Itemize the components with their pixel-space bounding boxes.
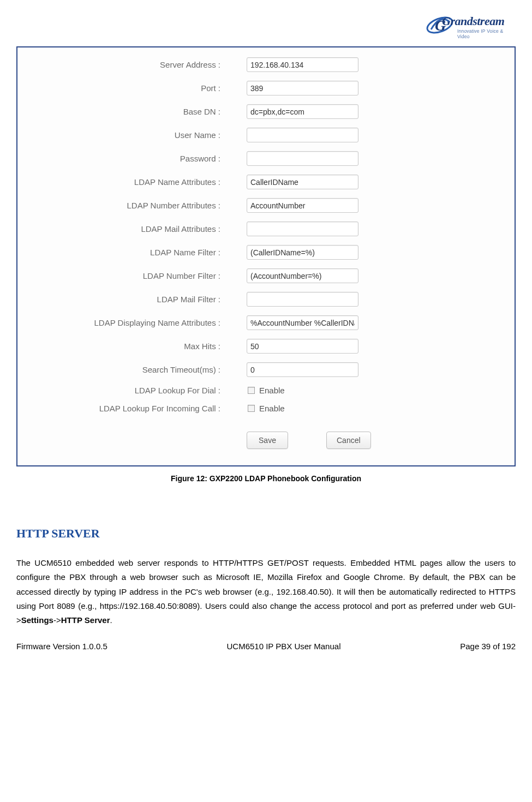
text-input[interactable]: [247, 81, 358, 95]
para-text: The UCM6510 embedded web server responds…: [16, 558, 516, 625]
form-row: LDAP Name Attributes :: [39, 175, 493, 189]
form-row: LDAP Number Filter :: [39, 268, 493, 283]
form-input-cell: [225, 292, 358, 307]
ldap-config-figure: Server Address :Port :Base DN :User Name…: [16, 46, 516, 466]
form-label: Base DN :: [39, 107, 225, 116]
checkbox[interactable]: [248, 405, 255, 412]
form-label: LDAP Number Filter :: [39, 271, 225, 280]
text-input[interactable]: [247, 57, 358, 72]
checkbox-wrap: Enable: [247, 386, 285, 395]
form-input-cell: [225, 57, 358, 72]
form-row: Base DN :: [39, 104, 493, 119]
form-row: LDAP Displaying Name Attributes :: [39, 315, 493, 330]
form-label: LDAP Mail Attributes :: [39, 224, 225, 234]
form-input-cell: [225, 104, 358, 119]
text-input[interactable]: [247, 339, 358, 354]
para-tail: .: [110, 615, 112, 625]
form-label: LDAP Number Attributes :: [39, 201, 225, 210]
body-paragraph: The UCM6510 embedded web server responds…: [16, 556, 516, 627]
form-label: LDAP Name Attributes :: [39, 177, 225, 187]
form-row: Search Timeout(ms) :: [39, 362, 493, 377]
text-input[interactable]: [247, 362, 358, 377]
para-bold-settings: Settings: [21, 615, 53, 625]
form-row: Max Hits :: [39, 339, 493, 354]
form-label: LDAP Displaying Name Attributes :: [39, 318, 225, 327]
form-input-cell: Enable: [225, 386, 285, 395]
form-label: Max Hits :: [39, 342, 225, 351]
form-input-cell: [225, 245, 358, 260]
form-input-cell: [225, 339, 358, 354]
form-label: Password :: [39, 154, 225, 163]
form-row: LDAP Name Filter :: [39, 245, 493, 260]
form-row: LDAP Mail Attributes :: [39, 222, 493, 236]
form-label: Search Timeout(ms) :: [39, 365, 225, 374]
checkbox-label: Enable: [259, 404, 285, 413]
figure-caption: Figure 12: GXP2200 LDAP Phonebook Config…: [16, 474, 516, 483]
form-input-cell: Enable: [225, 404, 285, 413]
text-input[interactable]: [247, 268, 358, 283]
logo-tagline: Innovative IP Voice & Video: [457, 28, 516, 39]
text-input[interactable]: [247, 104, 358, 119]
form-label: Server Address :: [39, 60, 225, 69]
form-label: LDAP Name Filter :: [39, 248, 225, 257]
form-row: Password :: [39, 151, 493, 166]
logo-brand-text: Grandstream: [442, 14, 504, 28]
header-logo-area: G Grandstream Innovative IP Voice & Vide…: [16, 11, 516, 41]
form-input-cell: [225, 81, 358, 95]
text-input[interactable]: [247, 128, 358, 142]
cancel-button[interactable]: Cancel: [326, 432, 371, 449]
footer-firmware-version: Firmware Version 1.0.0.5: [16, 642, 107, 651]
form-row: Port :: [39, 81, 493, 95]
form-input-cell: [225, 128, 358, 142]
form-input-cell: [225, 315, 358, 330]
form-input-cell: [225, 222, 358, 236]
form-row: LDAP Lookup For Incoming Call :Enable: [39, 404, 493, 413]
form-label: LDAP Lookup For Dial :: [39, 386, 225, 395]
checkbox-label: Enable: [259, 386, 285, 395]
form-row: Server Address :: [39, 57, 493, 72]
form-input-cell: [225, 151, 358, 166]
form-row: LDAP Mail Filter :: [39, 292, 493, 307]
form-label: LDAP Lookup For Incoming Call :: [39, 404, 225, 413]
brand-logo: G Grandstream Innovative IP Voice & Vide…: [426, 11, 516, 41]
form-label: User Name :: [39, 130, 225, 140]
form-row: LDAP Lookup For Dial :Enable: [39, 386, 493, 395]
checkbox[interactable]: [248, 387, 255, 394]
para-bold-http-server: HTTP Server: [61, 615, 110, 625]
form-button-row: Save Cancel: [39, 432, 493, 449]
form-input-cell: [225, 198, 358, 213]
text-input[interactable]: [247, 222, 358, 236]
text-input[interactable]: [247, 315, 358, 330]
form-row: LDAP Number Attributes :: [39, 198, 493, 213]
checkbox-wrap: Enable: [247, 404, 285, 413]
text-input[interactable]: [247, 245, 358, 260]
footer-page-number: Page 39 of 192: [460, 642, 516, 651]
form-label: LDAP Mail Filter :: [39, 295, 225, 304]
form-label: Port :: [39, 83, 225, 93]
form-input-cell: [225, 175, 358, 189]
text-input[interactable]: [247, 292, 358, 307]
form-input-cell: [225, 268, 358, 283]
section-heading-http-server: HTTP SERVER: [16, 526, 516, 541]
text-input[interactable]: [247, 151, 358, 166]
form-input-cell: [225, 362, 358, 377]
form-row: User Name :: [39, 128, 493, 142]
para-sep: ->: [53, 615, 61, 625]
text-input[interactable]: [247, 198, 358, 213]
text-input[interactable]: [247, 175, 358, 189]
footer-manual-title: UCM6510 IP PBX User Manual: [227, 642, 341, 651]
save-button[interactable]: Save: [247, 432, 288, 449]
page-footer: Firmware Version 1.0.0.5 UCM6510 IP PBX …: [16, 642, 516, 651]
